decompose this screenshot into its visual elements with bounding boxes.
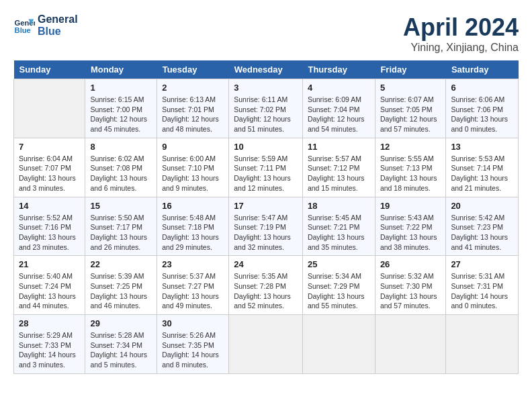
day-cell: 28Sunrise: 5:29 AM Sunset: 7:33 PM Dayli… (14, 315, 85, 374)
day-info: Sunrise: 5:47 AM Sunset: 7:19 PM Dayligh… (234, 213, 298, 253)
day-number: 15 (90, 201, 152, 211)
day-cell: 24Sunrise: 5:35 AM Sunset: 7:28 PM Dayli… (229, 256, 303, 315)
day-cell: 4Sunrise: 6:09 AM Sunset: 7:04 PM Daylig… (302, 79, 375, 138)
day-info: Sunrise: 5:39 AM Sunset: 7:25 PM Dayligh… (90, 271, 152, 311)
header-cell-saturday: Saturday (446, 60, 519, 79)
day-number: 21 (19, 259, 80, 269)
day-cell: 16Sunrise: 5:48 AM Sunset: 7:18 PM Dayli… (157, 197, 229, 256)
calendar-header: SundayMondayTuesdayWednesdayThursdayFrid… (14, 60, 519, 79)
day-info: Sunrise: 5:57 AM Sunset: 7:12 PM Dayligh… (308, 154, 370, 193)
day-info: Sunrise: 5:28 AM Sunset: 7:34 PM Dayligh… (90, 330, 152, 370)
day-cell: 12Sunrise: 5:55 AM Sunset: 7:13 PM Dayli… (375, 138, 446, 197)
day-info: Sunrise: 5:59 AM Sunset: 7:11 PM Dayligh… (234, 154, 298, 193)
day-cell: 20Sunrise: 5:42 AM Sunset: 7:23 PM Dayli… (446, 197, 519, 256)
day-cell: 18Sunrise: 5:45 AM Sunset: 7:21 PM Dayli… (302, 197, 375, 256)
header-row: SundayMondayTuesdayWednesdayThursdayFrid… (14, 60, 519, 79)
day-info: Sunrise: 5:37 AM Sunset: 7:27 PM Dayligh… (162, 271, 224, 311)
day-number: 19 (380, 201, 441, 211)
day-cell: 15Sunrise: 5:50 AM Sunset: 7:17 PM Dayli… (85, 197, 157, 256)
day-number: 16 (162, 201, 224, 211)
day-info: Sunrise: 5:50 AM Sunset: 7:17 PM Dayligh… (90, 213, 152, 253)
header-cell-sunday: Sunday (14, 60, 85, 79)
day-number: 26 (380, 259, 441, 269)
day-cell: 17Sunrise: 5:47 AM Sunset: 7:19 PM Dayli… (229, 197, 303, 256)
logo: General Blue General Blue (13, 13, 78, 38)
logo-text: General Blue (38, 13, 78, 38)
day-cell (14, 79, 85, 138)
day-cell: 2Sunrise: 6:13 AM Sunset: 7:01 PM Daylig… (157, 79, 229, 138)
day-number: 7 (19, 142, 80, 152)
day-cell (229, 315, 303, 374)
day-number: 10 (234, 142, 298, 152)
day-number: 6 (451, 83, 513, 93)
header-cell-friday: Friday (375, 60, 446, 79)
day-number: 4 (308, 83, 370, 93)
week-row: 14Sunrise: 5:52 AM Sunset: 7:16 PM Dayli… (14, 197, 519, 256)
day-cell: 14Sunrise: 5:52 AM Sunset: 7:16 PM Dayli… (14, 197, 85, 256)
day-info: Sunrise: 5:53 AM Sunset: 7:14 PM Dayligh… (451, 154, 513, 193)
day-cell: 5Sunrise: 6:07 AM Sunset: 7:05 PM Daylig… (375, 79, 446, 138)
week-row: 1Sunrise: 6:15 AM Sunset: 7:00 PM Daylig… (14, 79, 519, 138)
day-cell (446, 315, 519, 374)
day-cell: 22Sunrise: 5:39 AM Sunset: 7:25 PM Dayli… (85, 256, 157, 315)
day-number: 14 (19, 201, 80, 211)
day-cell: 19Sunrise: 5:43 AM Sunset: 7:22 PM Dayli… (375, 197, 446, 256)
day-number: 29 (90, 318, 152, 328)
day-info: Sunrise: 5:55 AM Sunset: 7:13 PM Dayligh… (380, 154, 441, 193)
day-number: 23 (162, 259, 224, 269)
day-info: Sunrise: 5:32 AM Sunset: 7:30 PM Dayligh… (380, 271, 441, 311)
day-number: 17 (234, 201, 298, 211)
day-cell: 7Sunrise: 6:04 AM Sunset: 7:07 PM Daylig… (14, 138, 85, 197)
day-cell: 10Sunrise: 5:59 AM Sunset: 7:11 PM Dayli… (229, 138, 303, 197)
day-cell: 21Sunrise: 5:40 AM Sunset: 7:24 PM Dayli… (14, 256, 85, 315)
day-info: Sunrise: 6:09 AM Sunset: 7:04 PM Dayligh… (308, 95, 370, 134)
day-info: Sunrise: 5:35 AM Sunset: 7:28 PM Dayligh… (234, 271, 298, 311)
day-info: Sunrise: 6:13 AM Sunset: 7:01 PM Dayligh… (162, 95, 224, 134)
day-number: 13 (451, 142, 513, 152)
header-cell-wednesday: Wednesday (229, 60, 303, 79)
day-number: 5 (380, 83, 441, 93)
day-cell (375, 315, 446, 374)
day-number: 20 (451, 201, 513, 211)
header-cell-monday: Monday (85, 60, 157, 79)
day-info: Sunrise: 6:06 AM Sunset: 7:06 PM Dayligh… (451, 95, 513, 134)
day-info: Sunrise: 5:45 AM Sunset: 7:21 PM Dayligh… (308, 213, 370, 253)
day-cell (302, 315, 375, 374)
calendar-table: SundayMondayTuesdayWednesdayThursdayFrid… (13, 60, 519, 374)
day-number: 18 (308, 201, 370, 211)
day-cell: 27Sunrise: 5:31 AM Sunset: 7:31 PM Dayli… (446, 256, 519, 315)
day-number: 24 (234, 259, 298, 269)
day-info: Sunrise: 5:48 AM Sunset: 7:18 PM Dayligh… (162, 213, 224, 253)
week-row: 7Sunrise: 6:04 AM Sunset: 7:07 PM Daylig… (14, 138, 519, 197)
week-row: 28Sunrise: 5:29 AM Sunset: 7:33 PM Dayli… (14, 315, 519, 374)
day-info: Sunrise: 5:43 AM Sunset: 7:22 PM Dayligh… (380, 213, 441, 253)
day-cell: 6Sunrise: 6:06 AM Sunset: 7:06 PM Daylig… (446, 79, 519, 138)
day-info: Sunrise: 6:04 AM Sunset: 7:07 PM Dayligh… (19, 154, 80, 193)
day-number: 12 (380, 142, 441, 152)
day-number: 1 (90, 83, 152, 93)
day-number: 9 (162, 142, 224, 152)
day-info: Sunrise: 6:11 AM Sunset: 7:02 PM Dayligh… (234, 95, 298, 134)
day-cell: 25Sunrise: 5:34 AM Sunset: 7:29 PM Dayli… (302, 256, 375, 315)
day-cell: 8Sunrise: 6:02 AM Sunset: 7:08 PM Daylig… (85, 138, 157, 197)
subtitle: Yining, Xinjiang, China (403, 42, 519, 54)
day-info: Sunrise: 6:07 AM Sunset: 7:05 PM Dayligh… (380, 95, 441, 134)
day-info: Sunrise: 5:26 AM Sunset: 7:35 PM Dayligh… (162, 330, 224, 370)
day-cell: 29Sunrise: 5:28 AM Sunset: 7:34 PM Dayli… (85, 315, 157, 374)
day-cell: 11Sunrise: 5:57 AM Sunset: 7:12 PM Dayli… (302, 138, 375, 197)
day-cell: 13Sunrise: 5:53 AM Sunset: 7:14 PM Dayli… (446, 138, 519, 197)
header: General Blue General Blue April 2024 Yin… (13, 13, 519, 54)
day-number: 2 (162, 83, 224, 93)
day-info: Sunrise: 6:15 AM Sunset: 7:00 PM Dayligh… (90, 95, 152, 134)
svg-text:Blue: Blue (15, 26, 31, 34)
week-row: 21Sunrise: 5:40 AM Sunset: 7:24 PM Dayli… (14, 256, 519, 315)
day-number: 27 (451, 259, 513, 269)
day-number: 30 (162, 318, 224, 328)
day-number: 28 (19, 318, 80, 328)
day-info: Sunrise: 5:29 AM Sunset: 7:33 PM Dayligh… (19, 330, 80, 370)
day-cell: 26Sunrise: 5:32 AM Sunset: 7:30 PM Dayli… (375, 256, 446, 315)
title-area: April 2024 Yining, Xinjiang, China (403, 13, 519, 54)
day-number: 25 (308, 259, 370, 269)
day-number: 8 (90, 142, 152, 152)
day-number: 22 (90, 259, 152, 269)
